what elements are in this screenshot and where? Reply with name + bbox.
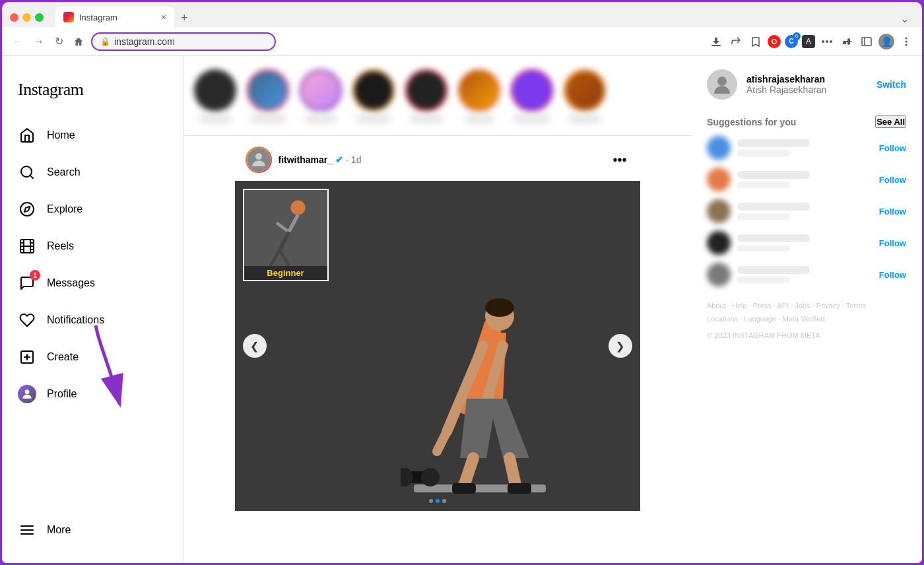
active-tab[interactable]: Instagram × <box>55 7 174 28</box>
browser-chrome: Instagram × + ⌄ ← → ↻ 🔒 instagram.com <box>2 2 922 56</box>
see-all-button[interactable]: See All <box>875 116 906 128</box>
story-item-7[interactable] <box>511 69 553 122</box>
user-profile-button[interactable]: 👤 <box>878 34 894 50</box>
extension-icon-3[interactable] <box>819 34 835 50</box>
tab-list-button[interactable]: ⌄ <box>895 10 914 28</box>
sidebar-item-notifications[interactable]: Notifications <box>10 303 175 337</box>
story-name-1 <box>199 116 232 122</box>
post-next-button[interactable]: ❯ <box>609 334 632 358</box>
story-avatar-4 <box>352 69 395 112</box>
story-item-1[interactable] <box>194 69 236 122</box>
story-avatar-2 <box>247 69 289 112</box>
sidebar-item-explore[interactable]: Explore <box>10 192 175 226</box>
download-button[interactable] <box>708 34 724 50</box>
minimize-window-button[interactable] <box>22 13 31 22</box>
address-bar[interactable]: 🔒 instagram.com <box>91 32 276 51</box>
forward-button[interactable]: → <box>31 33 47 50</box>
suggestion-sub-2 <box>737 182 790 188</box>
footer-language[interactable]: Language <box>744 315 776 323</box>
close-window-button[interactable] <box>10 13 18 22</box>
notifications-label: Notifications <box>47 314 104 326</box>
instagram-logo[interactable]: Instagram <box>10 69 175 118</box>
suggestions-header: Suggestions for you See All <box>707 116 906 128</box>
tab-bar: Instagram × + ⌄ <box>55 7 914 28</box>
story-name-2 <box>250 116 286 122</box>
menu-button[interactable] <box>898 34 914 50</box>
follow-button-3[interactable]: Follow <box>879 207 906 216</box>
follow-button-4[interactable]: Follow <box>879 238 906 248</box>
messages-badge: 1 <box>30 270 40 281</box>
follow-button-2[interactable]: Follow <box>879 175 906 185</box>
footer-jobs[interactable]: Jobs <box>795 302 810 310</box>
extensions-button[interactable] <box>839 34 855 50</box>
svg-point-40 <box>401 468 413 486</box>
right-username[interactable]: atishrajasekharan <box>746 74 867 84</box>
story-item-6[interactable] <box>458 69 500 122</box>
footer-meta-verified[interactable]: Meta Verified <box>782 315 824 323</box>
sidebar-item-more[interactable]: More <box>10 513 175 547</box>
post-prev-button[interactable]: ❮ <box>243 334 267 358</box>
story-item-3[interactable] <box>300 69 342 122</box>
follow-button-1[interactable]: Follow <box>879 143 906 153</box>
suggestion-info-2 <box>737 171 873 188</box>
explore-label: Explore <box>47 203 82 215</box>
sidebar-item-messages[interactable]: 1 Messages <box>10 266 175 300</box>
suggestion-info-5 <box>737 266 873 283</box>
suggestion-item-3: Follow <box>707 199 906 223</box>
svg-rect-51 <box>452 483 476 494</box>
sidebar-item-reels[interactable]: Reels <box>10 229 175 263</box>
home-icon <box>18 126 36 145</box>
bookmark-button[interactable] <box>748 34 764 50</box>
back-button[interactable]: ← <box>10 33 26 50</box>
share-button[interactable] <box>728 34 744 50</box>
messages-label: Messages <box>47 277 95 289</box>
sidebar-item-profile[interactable]: Profile <box>10 377 175 411</box>
extension-icon-2[interactable]: A <box>802 35 815 48</box>
svg-point-9 <box>906 44 908 46</box>
svg-point-2 <box>822 40 824 43</box>
footer-locations[interactable]: Locations <box>707 315 738 323</box>
new-tab-button[interactable]: + <box>178 9 191 28</box>
footer-about[interactable]: About <box>707 302 726 310</box>
post-more-button[interactable]: ••• <box>610 150 629 170</box>
home-button[interactable] <box>71 34 86 49</box>
notifications-icon <box>18 311 36 329</box>
right-user-avatar <box>707 69 737 100</box>
footer-row-2: Locations · Language · Meta Verified <box>707 313 906 326</box>
footer-privacy[interactable]: Privacy <box>816 302 840 310</box>
svg-point-30 <box>255 153 262 160</box>
maximize-window-button[interactable] <box>35 13 44 22</box>
post-avatar[interactable] <box>246 147 272 173</box>
footer-press[interactable]: Press <box>753 302 772 310</box>
right-fullname: Atish Rajasekharan <box>746 84 867 95</box>
search-icon <box>18 163 36 182</box>
post-header: fitwithamar_ ✔ · 1d ••• <box>235 147 640 181</box>
svg-point-12 <box>20 203 34 216</box>
right-user-row: atishrajasekharan Atish Rajasekharan Swi… <box>707 69 906 100</box>
sidebar-item-create[interactable]: Create <box>10 340 175 374</box>
story-item-8[interactable] <box>564 69 606 122</box>
home-label: Home <box>47 129 75 141</box>
svg-rect-5 <box>862 38 871 46</box>
follow-button-5[interactable]: Follow <box>879 270 906 280</box>
right-user-info: atishrajasekharan Atish Rajasekharan <box>746 74 867 95</box>
reload-button[interactable]: ↻ <box>52 32 66 50</box>
sidebar-item-home[interactable]: Home <box>10 118 175 152</box>
tab-close-button[interactable]: × <box>161 13 166 22</box>
suggestion-item-1: Follow <box>707 136 906 160</box>
footer-api[interactable]: API <box>777 302 789 310</box>
more-label: More <box>47 524 71 536</box>
extension-icon-1[interactable]: C 6 <box>785 35 798 48</box>
story-item-2[interactable] <box>247 69 289 122</box>
switch-button[interactable]: Switch <box>876 79 906 90</box>
sidebar-button[interactable] <box>859 34 874 50</box>
post-username[interactable]: fitwithamar_ ✔ · 1d <box>279 154 610 165</box>
story-item-5[interactable] <box>405 69 447 122</box>
suggestion-name-3 <box>737 203 810 211</box>
sidebar-item-search[interactable]: Search <box>10 155 175 189</box>
opera-extension-icon[interactable]: O <box>768 35 781 48</box>
dot-2 <box>436 499 440 503</box>
footer-help[interactable]: Help <box>732 302 747 310</box>
story-item-4[interactable] <box>352 69 395 122</box>
footer-terms[interactable]: Terms <box>846 302 866 310</box>
